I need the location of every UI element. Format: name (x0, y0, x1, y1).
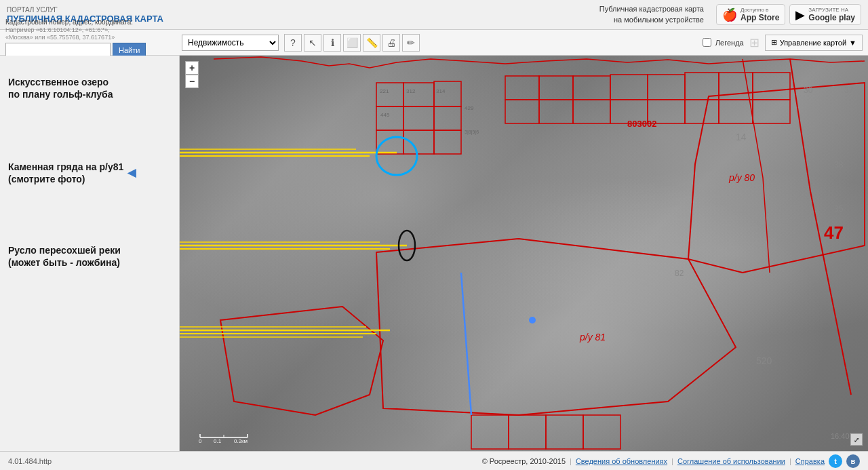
separator: ⊞ (749, 35, 760, 50)
copyright-text: © Росреестр, 2010-2015 (482, 457, 566, 465)
tool-btn-measure-area[interactable]: ⬜ (343, 34, 361, 52)
annotation-river-title: Русло пересохшей реки(может быть - ложби… (8, 244, 171, 269)
property-type-select[interactable]: Недвижимость Кадастровый номер Адрес (182, 35, 279, 51)
tool-btn-print[interactable]: 🖨 (382, 34, 400, 52)
chevron-down-icon: ▼ (849, 39, 856, 47)
annotation-lake: Искусственное озеропо плану гольф-клуба (8, 76, 171, 100)
googleplay-badge[interactable]: ▶ ЗАГРУЗИТЕ НА Google play (789, 4, 861, 25)
tool-btn-info[interactable]: ℹ (323, 34, 341, 52)
footer-links: © Росреестр, 2010-2015 | Сведения об обн… (482, 454, 860, 468)
terms-link[interactable]: Соглашение об использовании (677, 457, 785, 465)
tool-btn-question-mark[interactable]: ? (284, 34, 302, 52)
annotation-ridge-title: Каменная гряда на р/у81(смотрите фото) ◀ (8, 161, 171, 185)
annotation-river: Русло пересохшей реки(может быть - ложби… (8, 244, 171, 269)
android-icon: ▶ (795, 7, 805, 22)
vk-icon[interactable]: в (846, 454, 860, 468)
twitter-icon[interactable]: t (829, 454, 842, 468)
left-panel: Искусственное озеропо плану гольф-клуба … (0, 56, 180, 451)
toolbar: Кадастровый номер, адрес, координата: На… (0, 30, 868, 56)
appstore-badge[interactable]: 🍎 Доступно в App Store (716, 4, 785, 25)
zoom-in-button[interactable]: + (185, 61, 199, 75)
zoom-controls[interactable]: + − (185, 61, 199, 88)
map-background (180, 56, 868, 451)
expand-icon[interactable]: ⤢ (850, 433, 863, 446)
search-label: Кадастровый номер, адрес, координата: (5, 18, 175, 26)
mobile-promo: Публичная кадастровая карта на мобильном… (599, 4, 704, 25)
apple-icon: 🍎 (722, 7, 737, 22)
tool-btn-measure-line[interactable]: 📏 (363, 34, 380, 52)
tool-btn-draw[interactable]: ✏ (402, 34, 420, 52)
toolbar-right: Легенда ⊞ ⊞ Управление картой ▼ (703, 35, 863, 51)
svg-text:0.1: 0.1 (214, 438, 222, 443)
tool-btn-cursor[interactable]: ↖ (304, 34, 321, 52)
updates-link[interactable]: Сведения об обновлениях (576, 457, 667, 465)
svg-text:0.2км: 0.2км (234, 438, 248, 443)
map-control-button[interactable]: ⊞ Управление картой ▼ (765, 35, 863, 51)
zoom-out-button[interactable]: − (185, 75, 199, 88)
svg-text:0: 0 (199, 438, 202, 443)
legend-toggle[interactable]: Легенда (703, 38, 744, 47)
scale-bar-svg: 0 0.1 0.2км (193, 431, 254, 443)
main-layout: Искусственное озеропо плану гольф-клуба … (0, 56, 868, 451)
scale-bar: 0 0.1 0.2км (193, 431, 254, 443)
annotation-ridge: Каменная гряда на р/у81(смотрите фото) ◀ (8, 161, 171, 185)
arrow-right-icon: ◀ (127, 166, 136, 180)
annotation-lake-title: Искусственное озеропо плану гольф-клуба (8, 76, 171, 100)
legend-checkbox[interactable] (703, 38, 711, 47)
help-link[interactable]: Справка (795, 457, 825, 465)
map-area[interactable]: 803002 р/у 80 47 р/у 81 520 14 30 37 24 … (180, 56, 868, 451)
footer: 4.01.484.http © Росреестр, 2010-2015 | С… (0, 451, 868, 470)
version-label: 4.01.484.http (8, 457, 52, 465)
logo-top: ПОРТАЛ УСЛУГ (7, 6, 163, 14)
map-control-icon: ⊞ (771, 38, 777, 47)
legend-label: Легенда (715, 39, 744, 47)
